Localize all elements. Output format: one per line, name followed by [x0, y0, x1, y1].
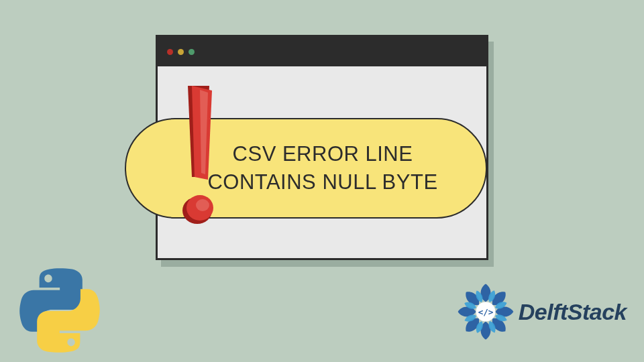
delftstack-wordmark: DelftStack — [519, 299, 627, 325]
error-line1: CSV ERROR LINE — [233, 142, 413, 166]
python-logo-icon — [17, 268, 102, 353]
zoom-icon — [189, 49, 195, 55]
titlebar — [158, 37, 486, 66]
error-text: CSV ERROR LINE CONTAINS NULL BYTE — [199, 140, 447, 196]
minimize-icon — [178, 49, 184, 55]
delftstack-logo: </> DelftStack — [455, 282, 627, 342]
svg-text:</>: </> — [478, 307, 493, 317]
error-banner: CSV ERROR LINE CONTAINS NULL BYTE — [125, 118, 487, 219]
close-icon — [167, 49, 173, 55]
error-line2: CONTAINS NULL BYTE — [207, 170, 437, 194]
delftstack-mark-icon: </> — [455, 282, 516, 342]
